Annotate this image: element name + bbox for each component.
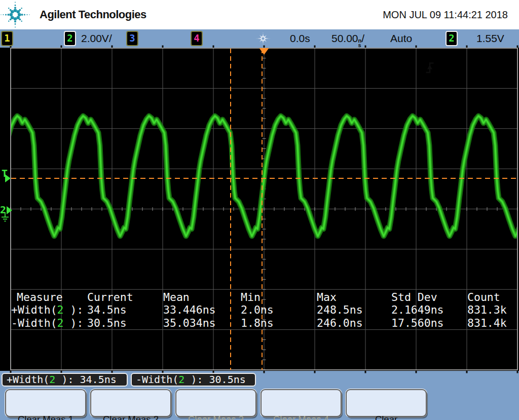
status-bar: 1 2 2.00V/ 3 4 0.0s 50.00ns/ Auto 2 1.55…	[0, 29, 519, 48]
softkey-line1: Clear Meas 3	[176, 414, 255, 420]
meas-column-header: Min	[241, 291, 317, 303]
oscilloscope-screen: Agilent Technologies MON JUL 09 11:44:21…	[0, 0, 519, 420]
tab-label: -Width(	[136, 373, 178, 386]
brand-title: Agilent Technologies	[40, 8, 146, 21]
meas-column-header: Std Dev	[391, 291, 467, 303]
datetime-display: MON JUL 09 11:44:21 2018	[383, 9, 508, 21]
meas-value: 1.8ns	[241, 317, 317, 329]
trigger-rising-edge-icon	[425, 61, 435, 75]
timebase-scale[interactable]: 50.00ns/	[331, 32, 364, 48]
softkey-line1: Clear Meas 1	[6, 414, 85, 420]
meas-value: 248.5ns	[317, 303, 391, 316]
channel-2-scale[interactable]: 2.00V/	[81, 32, 112, 45]
tab-value: ): 30.5ns	[184, 373, 245, 386]
meas-column-header: Mean	[163, 291, 241, 303]
meas-row-label: +Width(2 ):	[11, 303, 87, 316]
agilent-logo	[0, 0, 32, 30]
meas-value: 831.3k	[467, 303, 515, 316]
measurement-tab-pwidth[interactable]: +Width(2 ): 34.5ns	[2, 373, 128, 387]
meas-value: 33.446ns	[163, 303, 241, 316]
meas-column-header: Max	[317, 291, 391, 303]
acquisition-mode[interactable]: Auto	[390, 32, 412, 45]
meas-row-label: -Width(2 ):	[11, 317, 87, 329]
softkey-line1: Clear Meas 2	[91, 414, 170, 420]
softkey-bar: +Width(2 ): 34.5ns -Width(2 ): 30.5ns Cl…	[0, 371, 519, 420]
timebase-scale-value: 50.00	[331, 32, 358, 44]
clear-meas-1-button[interactable]: Clear Meas 1 +Width(2 )	[5, 389, 86, 417]
softkey-line1: Clear Meas 4	[262, 414, 341, 420]
meas-value: 30.5ns	[87, 317, 163, 329]
measurement-table: MeasureCurrentMeanMinMaxStd DevCount+Wid…	[11, 291, 515, 329]
softkey-line1: Clear	[347, 414, 426, 420]
timebase-delay[interactable]: 0.0s	[290, 32, 310, 45]
tab-value: ): 34.5ns	[55, 373, 116, 386]
channel-1-badge[interactable]: 1	[1, 31, 13, 46]
tab-label: +Width(	[7, 373, 49, 386]
header-bar: Agilent Technologies MON JUL 09 11:44:21…	[0, 0, 519, 29]
channel-4-badge[interactable]: 4	[191, 31, 203, 46]
tab-channel-number: 2	[49, 373, 55, 386]
clear-all-button[interactable]: Clear All	[346, 389, 427, 417]
meas-value: 831.4k	[467, 317, 515, 329]
meas-value: 17.560ns	[391, 317, 467, 329]
meas-column-header: Count	[467, 291, 515, 303]
meas-value: 35.034ns	[163, 317, 241, 329]
meas-value: 34.5ns	[87, 303, 163, 316]
clear-meas-4-button: Clear Meas 4 <None>	[261, 389, 342, 417]
measurement-tab-nwidth[interactable]: -Width(2 ): 30.5ns	[131, 373, 256, 387]
agilent-spark	[1, 2, 29, 28]
trigger-level-value[interactable]: 1.55V	[476, 32, 504, 45]
channel-3-badge[interactable]: 3	[126, 31, 138, 46]
clear-meas-2-button[interactable]: Clear Meas 2 -Width(2 )	[90, 389, 171, 417]
meas-column-header: Measure	[11, 291, 87, 303]
meas-value: 246.0ns	[317, 317, 391, 329]
tab-channel-number: 2	[178, 373, 184, 386]
meas-column-header: Current	[87, 291, 163, 303]
clear-meas-3-button: Clear Meas 3 <None>	[175, 389, 256, 417]
channel-2-badge[interactable]: 2	[64, 31, 76, 46]
timebase-suffix: /	[361, 32, 364, 44]
meas-value: 2.0ns	[241, 303, 317, 316]
trigger-source-badge[interactable]: 2	[446, 31, 458, 46]
meas-value: 2.1649ns	[391, 303, 467, 316]
